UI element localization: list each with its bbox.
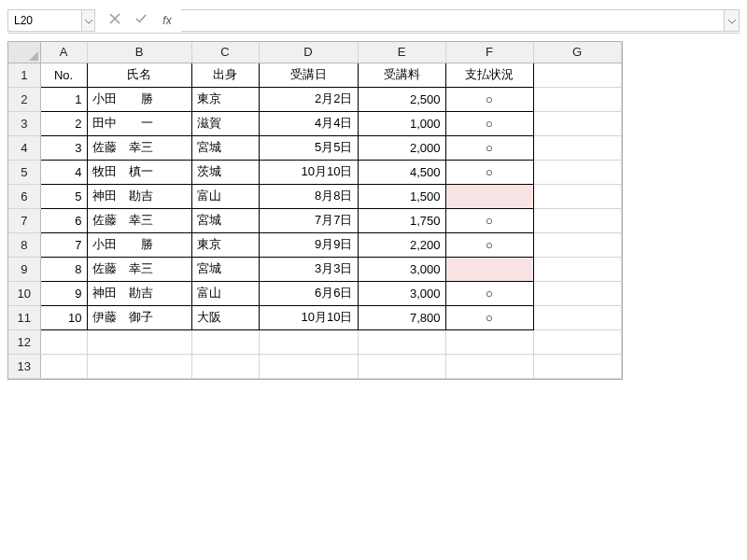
cell-empty[interactable] <box>358 329 445 354</box>
col-header-G[interactable]: G <box>533 42 621 63</box>
cell-no[interactable]: 5 <box>40 184 87 208</box>
cell-no[interactable]: 2 <box>40 111 87 135</box>
col-header-C[interactable]: C <box>191 42 259 63</box>
cell-date[interactable]: 10月10日 <box>259 160 358 184</box>
cell-origin[interactable]: 滋賀 <box>191 111 259 135</box>
row-header[interactable]: 9 <box>8 257 40 281</box>
cell-status[interactable] <box>445 184 533 208</box>
cell-fee[interactable]: 2,500 <box>358 87 445 111</box>
cell-empty[interactable] <box>533 329 621 354</box>
name-box-dropdown[interactable] <box>82 9 95 32</box>
cell-status[interactable]: ○ <box>445 305 533 329</box>
row-header[interactable]: 12 <box>8 329 40 354</box>
confirm-button[interactable] <box>133 12 149 29</box>
cell-header-date[interactable]: 受講日 <box>259 63 358 87</box>
cell-empty[interactable] <box>40 354 87 378</box>
cell-empty[interactable] <box>533 184 621 208</box>
cell-status[interactable]: ○ <box>445 208 533 232</box>
spreadsheet-grid[interactable]: A B C D E F G 1No.氏名出身受講日受講料支払状況21小田 勝東京… <box>7 41 623 380</box>
row-header[interactable]: 3 <box>8 111 40 135</box>
cell-empty[interactable] <box>533 281 621 305</box>
cell-empty[interactable] <box>533 111 621 135</box>
cell-date[interactable]: 3月3日 <box>259 257 358 281</box>
col-header-B[interactable]: B <box>87 42 191 63</box>
cell-origin[interactable]: 宮城 <box>191 208 259 232</box>
col-header-F[interactable]: F <box>445 42 533 63</box>
cell-name[interactable]: 佐藤 幸三 <box>87 135 191 160</box>
cell-date[interactable]: 4月4日 <box>259 111 358 135</box>
cell-fee[interactable]: 7,800 <box>358 305 445 329</box>
cell-origin[interactable]: 富山 <box>191 184 259 208</box>
cell-name[interactable]: 牧田 槙一 <box>87 160 191 184</box>
cell-empty[interactable] <box>87 354 191 378</box>
col-header-D[interactable]: D <box>259 42 358 63</box>
cell-name[interactable]: 佐藤 幸三 <box>87 208 191 232</box>
cell-empty[interactable] <box>445 354 533 378</box>
formula-input[interactable] <box>181 9 725 32</box>
cell-empty[interactable] <box>40 329 87 354</box>
cell-empty[interactable] <box>445 329 533 354</box>
cell-status[interactable]: ○ <box>445 87 533 111</box>
cell-no[interactable]: 7 <box>40 232 87 257</box>
cell-empty[interactable] <box>259 354 358 378</box>
cell-empty[interactable] <box>533 257 621 281</box>
cell-no[interactable]: 1 <box>40 87 87 111</box>
formula-bar-expand[interactable] <box>725 9 740 32</box>
cell-header-status[interactable]: 支払状況 <box>445 63 533 87</box>
cell-date[interactable]: 6月6日 <box>259 281 358 305</box>
cell-no[interactable]: 3 <box>40 135 87 160</box>
row-header[interactable]: 5 <box>8 160 40 184</box>
cell-no[interactable]: 4 <box>40 160 87 184</box>
cell-fee[interactable]: 2,200 <box>358 232 445 257</box>
row-header[interactable]: 10 <box>8 281 40 305</box>
fx-button[interactable]: fx <box>159 12 176 29</box>
cell-status[interactable]: ○ <box>445 111 533 135</box>
cell-name[interactable]: 小田 勝 <box>87 87 191 111</box>
cancel-button[interactable] <box>106 12 123 29</box>
name-box[interactable]: L20 <box>7 9 82 32</box>
cell-origin[interactable]: 茨城 <box>191 160 259 184</box>
cell-origin[interactable]: 宮城 <box>191 257 259 281</box>
cell-fee[interactable]: 4,500 <box>358 160 445 184</box>
cell-fee[interactable]: 1,000 <box>358 111 445 135</box>
cell-empty[interactable] <box>533 305 621 329</box>
cell-date[interactable]: 8月8日 <box>259 184 358 208</box>
cell-name[interactable]: 小田 勝 <box>87 232 191 257</box>
cell-empty[interactable] <box>533 354 621 378</box>
cell-origin[interactable]: 宮城 <box>191 135 259 160</box>
cell-no[interactable]: 10 <box>40 305 87 329</box>
cell-header-name[interactable]: 氏名 <box>87 63 191 87</box>
cell-fee[interactable]: 3,000 <box>358 257 445 281</box>
cell-name[interactable]: 田中 一 <box>87 111 191 135</box>
cell-status[interactable]: ○ <box>445 135 533 160</box>
cell-empty[interactable] <box>533 135 621 160</box>
row-header[interactable]: 6 <box>8 184 40 208</box>
cell-empty[interactable] <box>533 208 621 232</box>
cell-no[interactable]: 9 <box>40 281 87 305</box>
col-header-E[interactable]: E <box>358 42 445 63</box>
row-header[interactable]: 13 <box>8 354 40 378</box>
cell-origin[interactable]: 東京 <box>191 232 259 257</box>
cell-status[interactable]: ○ <box>445 281 533 305</box>
cell-header-no[interactable]: No. <box>40 63 87 87</box>
col-header-A[interactable]: A <box>40 42 87 63</box>
cell-status[interactable]: ○ <box>445 160 533 184</box>
cell-date[interactable]: 5月5日 <box>259 135 358 160</box>
cell-empty[interactable] <box>533 232 621 257</box>
cell-name[interactable]: 神田 勘吉 <box>87 281 191 305</box>
cell-name[interactable]: 佐藤 幸三 <box>87 257 191 281</box>
cell-fee[interactable]: 3,000 <box>358 281 445 305</box>
cell-fee[interactable]: 1,500 <box>358 184 445 208</box>
row-header[interactable]: 1 <box>8 63 40 87</box>
cell-date[interactable]: 2月2日 <box>259 87 358 111</box>
cell-date[interactable]: 7月7日 <box>259 208 358 232</box>
cell-header-origin[interactable]: 出身 <box>191 63 259 87</box>
cell-empty[interactable] <box>191 329 259 354</box>
row-header[interactable]: 2 <box>8 87 40 111</box>
cell-no[interactable]: 8 <box>40 257 87 281</box>
select-all-corner[interactable] <box>8 42 40 63</box>
cell-empty[interactable] <box>533 63 621 87</box>
cell-header-fee[interactable]: 受講料 <box>358 63 445 87</box>
cell-no[interactable]: 6 <box>40 208 87 232</box>
cell-origin[interactable]: 富山 <box>191 281 259 305</box>
